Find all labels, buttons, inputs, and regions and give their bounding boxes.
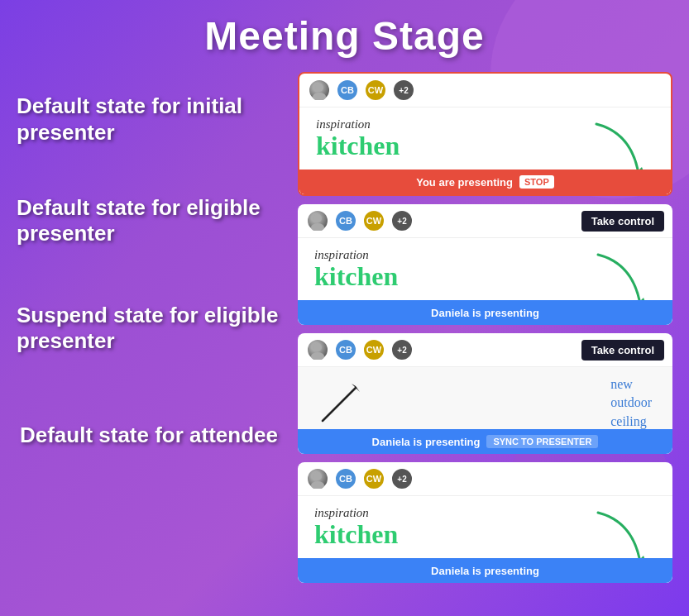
- panel-4-inspiration: inspiration: [314, 506, 369, 520]
- label-eligible-presenter: Default state for eligible presenter: [17, 167, 281, 275]
- avatar-1-cb: CB: [336, 79, 359, 102]
- panel-3-header: CB CW +2 Take control: [298, 333, 672, 367]
- svg-point-3: [313, 214, 322, 222]
- panel-1-body: inspiration kitchen You are presenting S…: [299, 107, 671, 194]
- avatar-3-cb: CB: [334, 338, 357, 361]
- panel-3-arrow-line: [314, 380, 364, 429]
- label-suspend-eligible: Suspend state for eligible presenter: [17, 275, 281, 382]
- panel-1-status-text: You are presenting: [416, 176, 513, 189]
- panel-3-body: new outdoor ceiling Daniela is presentin…: [298, 367, 672, 454]
- label-attendee: Default state for attendee: [17, 382, 281, 489]
- panel-2-header: CB CW +2 Take control: [298, 204, 672, 238]
- avatar-1-cw: CW: [364, 79, 387, 102]
- avatar-4-cw: CW: [362, 467, 385, 490]
- panel-2-take-control-button[interactable]: Take control: [581, 211, 664, 232]
- panel-3-status: Daniela is presenting SYNC TO PRESENTER: [298, 429, 672, 454]
- avatar-1-plus: +2: [392, 79, 415, 102]
- avatar-2-cw: CW: [362, 209, 385, 232]
- svg-point-11: [311, 481, 324, 489]
- panel-eligible-presenter: CB CW +2 Take control inspiration kitche…: [298, 204, 672, 325]
- svg-line-8: [323, 388, 356, 421]
- panel-2-status-text: Daniela is presenting: [431, 307, 539, 319]
- panels-column: CB CW +2 inspiration kitchen You are pre…: [298, 72, 672, 583]
- svg-point-6: [313, 343, 322, 351]
- avatar-2-user: [306, 209, 329, 232]
- panel-2-kitchen: kitchen: [314, 261, 398, 292]
- panel-2-status: Daniela is presenting: [298, 300, 672, 325]
- panel-1-header: CB CW +2: [299, 74, 671, 107]
- avatar-2-cb: CB: [334, 209, 357, 232]
- svg-point-10: [313, 472, 322, 480]
- avatar-2-plus: +2: [390, 209, 414, 232]
- avatar-1-user: [308, 79, 331, 102]
- panel-1-inspiration: inspiration: [316, 117, 371, 131]
- panel-2-inspiration: inspiration: [314, 248, 369, 262]
- panel-4-kitchen: kitchen: [314, 519, 398, 550]
- panel-initial-presenter: CB CW +2 inspiration kitchen You are pre…: [298, 72, 672, 196]
- panel-4-status-text: Daniela is presenting: [431, 565, 539, 577]
- panel-attendee: CB CW +2 inspiration kitchen Daniela is …: [298, 462, 672, 583]
- avatar-4-plus: +2: [390, 467, 414, 490]
- panel-suspend-eligible: CB CW +2 Take control new outdoor c: [298, 333, 672, 454]
- labels-column: Default state for initial presenter Defa…: [17, 72, 281, 583]
- panel-4-header: CB CW +2: [298, 462, 672, 496]
- svg-point-1: [313, 93, 326, 100]
- avatar-4-user: [306, 467, 329, 490]
- page-title: Meeting Stage: [204, 13, 484, 59]
- svg-point-0: [315, 84, 323, 92]
- panel-1-kitchen: kitchen: [316, 131, 400, 161]
- panel-3-sync-button[interactable]: SYNC TO PRESENTER: [486, 435, 598, 448]
- panel-2-body: inspiration kitchen Daniela is presentin…: [298, 238, 672, 325]
- svg-point-7: [311, 352, 324, 360]
- label-initial-presenter: Default state for initial presenter: [17, 72, 281, 167]
- panel-1-status: You are presenting STOP: [299, 170, 671, 194]
- panel-1-stop-button[interactable]: STOP: [519, 175, 554, 189]
- panel-3-handwriting: new outdoor ceiling: [610, 375, 652, 431]
- avatar-4-cb: CB: [334, 467, 357, 490]
- avatar-3-plus: +2: [390, 338, 414, 361]
- avatar-3-cw: CW: [362, 338, 385, 361]
- avatar-3-user: [306, 338, 329, 361]
- panel-4-body: inspiration kitchen Daniela is presentin…: [298, 496, 672, 583]
- panel-4-status: Daniela is presenting: [298, 558, 672, 583]
- main-layout: Default state for initial presenter Defa…: [17, 72, 672, 583]
- svg-point-4: [311, 223, 324, 231]
- page-content: Meeting Stage Default state for initial …: [0, 0, 689, 596]
- panel-3-status-text: Daniela is presenting: [372, 436, 481, 448]
- panel-3-take-control-button[interactable]: Take control: [581, 340, 664, 361]
